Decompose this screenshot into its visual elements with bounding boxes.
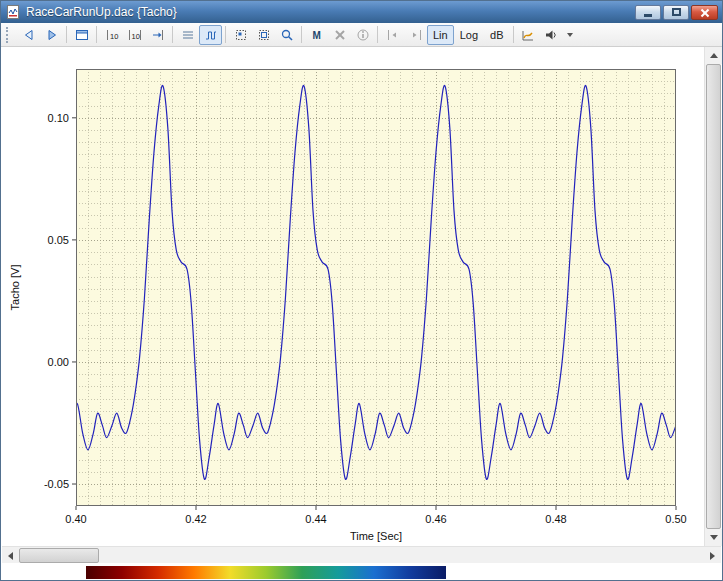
- marker-left-button[interactable]: [381, 25, 404, 45]
- arrow-left-icon: [8, 552, 13, 560]
- lin-label: Lin: [433, 29, 448, 41]
- cursor-step-icon: [150, 27, 166, 43]
- toolbar: 10 10: [1, 23, 722, 47]
- horizontal-scroll-thumb[interactable]: [19, 548, 99, 563]
- x-tick-label: 0.44: [305, 513, 326, 525]
- window-title: RaceCarRunUp.dac {Tacho}: [26, 5, 635, 19]
- waveform-display-button[interactable]: [199, 25, 222, 45]
- maximize-button[interactable]: [663, 5, 689, 20]
- marker-left-icon: [385, 27, 401, 43]
- x-tick-label: 0.46: [425, 513, 446, 525]
- speaker-button[interactable]: [540, 25, 563, 45]
- cursor-m-button[interactable]: M: [305, 25, 328, 45]
- db-button[interactable]: dB: [484, 25, 509, 45]
- lin-button[interactable]: Lin: [427, 25, 454, 45]
- spectrogram-strip: [86, 566, 446, 579]
- toolbar-overflow-button[interactable]: [563, 25, 577, 45]
- scale-x10-button[interactable]: 10: [100, 25, 123, 45]
- y-tick-label: -0.05: [44, 478, 69, 490]
- zoom-select-button[interactable]: [252, 25, 275, 45]
- log-button[interactable]: Log: [454, 25, 484, 45]
- next-icon: [44, 27, 60, 43]
- toolbar-separator: [377, 26, 378, 43]
- waveform-display-icon: [203, 27, 219, 43]
- x-tick-label: 0.48: [545, 513, 566, 525]
- minimize-icon: [644, 14, 652, 17]
- arrow-down-icon: [710, 535, 718, 540]
- plot-area[interactable]: [76, 69, 676, 506]
- chart-panel: 0.400.420.440.460.480.500.100.050.00-0.0…: [2, 47, 705, 546]
- horizontal-scrollbar[interactable]: [2, 546, 721, 563]
- cursor-m-icon: M: [309, 27, 325, 43]
- x-tick-label: 0.42: [185, 513, 206, 525]
- y-tick-label: 0.05: [48, 234, 69, 246]
- grid-lines-icon: [180, 27, 196, 43]
- scroll-left-button[interactable]: [2, 547, 19, 564]
- toolbar-separator: [66, 26, 67, 43]
- x-tick-label: 0.40: [65, 513, 86, 525]
- window-display-button[interactable]: [70, 25, 93, 45]
- scroll-up-button[interactable]: [705, 47, 722, 64]
- maximize-icon: [672, 8, 681, 16]
- close-icon: [700, 8, 709, 17]
- x-axis-label: Time [Sec]: [350, 530, 402, 542]
- toolbar-separator: [301, 26, 302, 43]
- previous-button[interactable]: [17, 25, 40, 45]
- application-window: RaceCarRunUp.dac {Tacho} 10: [0, 0, 723, 581]
- x-tick-label: 0.50: [665, 513, 686, 525]
- minimize-button[interactable]: [635, 5, 661, 20]
- cursor-step-button[interactable]: [146, 25, 169, 45]
- svg-text:M: M: [312, 30, 320, 41]
- marker-right-icon: [408, 27, 424, 43]
- arrow-up-icon: [710, 53, 718, 58]
- zoom-box-button[interactable]: [229, 25, 252, 45]
- zoom-select-icon: [256, 27, 272, 43]
- chart[interactable]: 0.400.420.440.460.480.500.100.050.00-0.0…: [5, 47, 695, 546]
- export-plot-button[interactable]: [517, 25, 540, 45]
- magnifier-icon: [279, 27, 295, 43]
- marker-right-button[interactable]: [404, 25, 427, 45]
- chevron-down-icon: [567, 33, 573, 37]
- zoom-box-icon: [233, 27, 249, 43]
- scroll-down-button[interactable]: [705, 529, 722, 546]
- vertical-scroll-thumb[interactable]: [706, 64, 721, 529]
- toolbar-separator: [513, 26, 514, 43]
- window-display-icon: [74, 27, 90, 43]
- scale-x10-icon: 10: [104, 27, 120, 43]
- toolbar-separator: [225, 26, 226, 43]
- y-axis-label: Tacho [V]: [9, 265, 21, 311]
- svg-text:10: 10: [110, 31, 118, 40]
- background-window-strip: [2, 563, 721, 580]
- app-icon: [5, 4, 21, 20]
- grid-lines-button[interactable]: [176, 25, 199, 45]
- info-icon: [355, 27, 371, 43]
- scroll-right-button[interactable]: [704, 547, 721, 564]
- db-label: dB: [490, 29, 503, 41]
- toolbar-grip[interactable]: [6, 27, 12, 43]
- toolbar-separator: [172, 26, 173, 43]
- close-button[interactable]: [691, 5, 718, 20]
- arrow-right-icon: [710, 552, 715, 560]
- delete-x-icon: [332, 27, 348, 43]
- scale-div10-button[interactable]: 10: [123, 25, 146, 45]
- log-label: Log: [460, 29, 478, 41]
- y-tick-label: 0.10: [48, 112, 69, 124]
- svg-text:10: 10: [131, 31, 139, 40]
- vertical-scrollbar[interactable]: [704, 47, 721, 546]
- delete-x-button[interactable]: [328, 25, 351, 45]
- title-bar[interactable]: RaceCarRunUp.dac {Tacho}: [1, 1, 722, 23]
- y-tick-label: 0.00: [48, 356, 69, 368]
- export-plot-icon: [520, 27, 536, 43]
- magnifier-button[interactable]: [275, 25, 298, 45]
- scale-div10-icon: 10: [127, 27, 143, 43]
- toolbar-separator: [96, 26, 97, 43]
- speaker-icon: [543, 27, 559, 43]
- next-button[interactable]: [40, 25, 63, 45]
- info-button[interactable]: [351, 25, 374, 45]
- previous-icon: [21, 27, 37, 43]
